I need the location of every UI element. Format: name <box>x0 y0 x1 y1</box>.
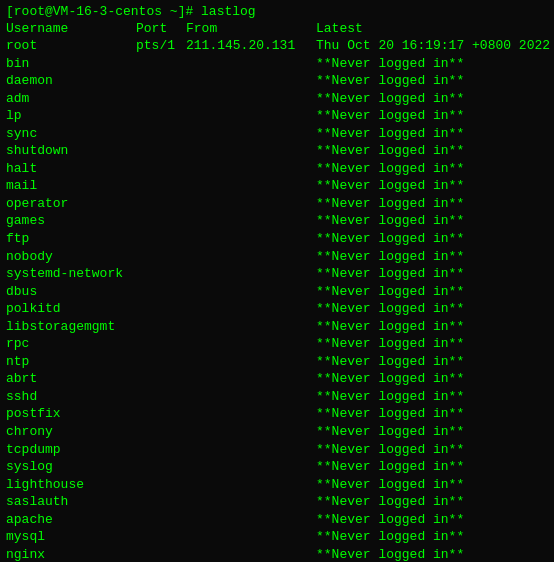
cell-port <box>136 423 186 441</box>
data-rows-container: rootpts/1211.145.20.131Thu Oct 20 16:19:… <box>6 37 548 562</box>
table-row: mysql**Never logged in** <box>6 528 548 546</box>
cell-port <box>136 335 186 353</box>
cell-latest: **Never logged in** <box>316 335 464 353</box>
cell-from <box>186 370 316 388</box>
cell-username: ftp <box>6 230 136 248</box>
cell-port <box>136 160 186 178</box>
cell-username: nginx <box>6 546 136 562</box>
table-row: lighthouse**Never logged in** <box>6 476 548 494</box>
cell-port <box>136 546 186 562</box>
table-row: tcpdump**Never logged in** <box>6 441 548 459</box>
cell-from <box>186 528 316 546</box>
cell-from <box>186 107 316 125</box>
header-username: Username <box>6 21 136 36</box>
cell-latest: **Never logged in** <box>316 107 464 125</box>
header-latest: Latest <box>316 21 363 36</box>
cell-from <box>186 423 316 441</box>
cell-username: games <box>6 212 136 230</box>
table-row: syslog**Never logged in** <box>6 458 548 476</box>
table-row: shutdown**Never logged in** <box>6 142 548 160</box>
cell-port <box>136 230 186 248</box>
table-row: nginx**Never logged in** <box>6 546 548 562</box>
cell-username: chrony <box>6 423 136 441</box>
cell-from <box>186 511 316 529</box>
cell-port <box>136 283 186 301</box>
cell-username: mail <box>6 177 136 195</box>
cell-port <box>136 107 186 125</box>
cell-username: nobody <box>6 248 136 266</box>
table-row: saslauth**Never logged in** <box>6 493 548 511</box>
cell-from <box>186 441 316 459</box>
cell-from <box>186 335 316 353</box>
header-row: UsernamePortFromLatest <box>6 21 548 36</box>
table-row: adm**Never logged in** <box>6 90 548 108</box>
table-row: libstoragemgmt**Never logged in** <box>6 318 548 336</box>
cell-from <box>186 72 316 90</box>
cell-latest: **Never logged in** <box>316 423 464 441</box>
cell-latest: **Never logged in** <box>316 528 464 546</box>
cell-port <box>136 528 186 546</box>
cell-username: sshd <box>6 388 136 406</box>
table-row: rootpts/1211.145.20.131Thu Oct 20 16:19:… <box>6 37 548 55</box>
cell-latest: **Never logged in** <box>316 318 464 336</box>
cell-username: abrt <box>6 370 136 388</box>
table-row: sshd**Never logged in** <box>6 388 548 406</box>
cell-username: adm <box>6 90 136 108</box>
cell-latest: **Never logged in** <box>316 441 464 459</box>
cell-username: tcpdump <box>6 441 136 459</box>
cell-username: polkitd <box>6 300 136 318</box>
table-row: games**Never logged in** <box>6 212 548 230</box>
table-row: nobody**Never logged in** <box>6 248 548 266</box>
cell-latest: **Never logged in** <box>316 546 464 562</box>
cell-latest: **Never logged in** <box>316 142 464 160</box>
cell-latest: **Never logged in** <box>316 195 464 213</box>
cell-username: halt <box>6 160 136 178</box>
cell-username: ntp <box>6 353 136 371</box>
cell-from <box>186 318 316 336</box>
cell-from <box>186 142 316 160</box>
header-port: Port <box>136 21 186 36</box>
table-row: systemd-network**Never logged in** <box>6 265 548 283</box>
table-row: apache**Never logged in** <box>6 511 548 529</box>
cell-latest: **Never logged in** <box>316 160 464 178</box>
cell-port <box>136 493 186 511</box>
cell-latest: **Never logged in** <box>316 476 464 494</box>
cell-from <box>186 212 316 230</box>
cell-latest: **Never logged in** <box>316 283 464 301</box>
header-from: From <box>186 21 316 36</box>
cell-from <box>186 300 316 318</box>
cell-latest: **Never logged in** <box>316 370 464 388</box>
cell-port <box>136 300 186 318</box>
cell-latest: **Never logged in** <box>316 493 464 511</box>
terminal-window: [root@VM-16-3-centos ~]# lastlog Usernam… <box>0 0 554 562</box>
cell-latest: **Never logged in** <box>316 265 464 283</box>
cell-port <box>136 248 186 266</box>
table-row: rpc**Never logged in** <box>6 335 548 353</box>
cell-port <box>136 177 186 195</box>
cell-latest: Thu Oct 20 16:19:17 +0800 2022 <box>316 37 550 55</box>
prompt-line: [root@VM-16-3-centos ~]# lastlog <box>6 4 548 19</box>
cell-port <box>136 265 186 283</box>
table-row: mail**Never logged in** <box>6 177 548 195</box>
cell-from <box>186 458 316 476</box>
cell-username: dbus <box>6 283 136 301</box>
cell-port <box>136 388 186 406</box>
cell-latest: **Never logged in** <box>316 212 464 230</box>
cell-username: syslog <box>6 458 136 476</box>
table-row: ftp**Never logged in** <box>6 230 548 248</box>
table-row: chrony**Never logged in** <box>6 423 548 441</box>
cell-latest: **Never logged in** <box>316 248 464 266</box>
cell-from <box>186 476 316 494</box>
cell-from <box>186 195 316 213</box>
cell-from <box>186 90 316 108</box>
cell-latest: **Never logged in** <box>316 90 464 108</box>
table-row: polkitd**Never logged in** <box>6 300 548 318</box>
cell-from <box>186 353 316 371</box>
cell-port <box>136 405 186 423</box>
cell-latest: **Never logged in** <box>316 353 464 371</box>
cell-from <box>186 177 316 195</box>
cell-latest: **Never logged in** <box>316 405 464 423</box>
cell-latest: **Never logged in** <box>316 388 464 406</box>
cell-port <box>136 370 186 388</box>
cell-latest: **Never logged in** <box>316 458 464 476</box>
